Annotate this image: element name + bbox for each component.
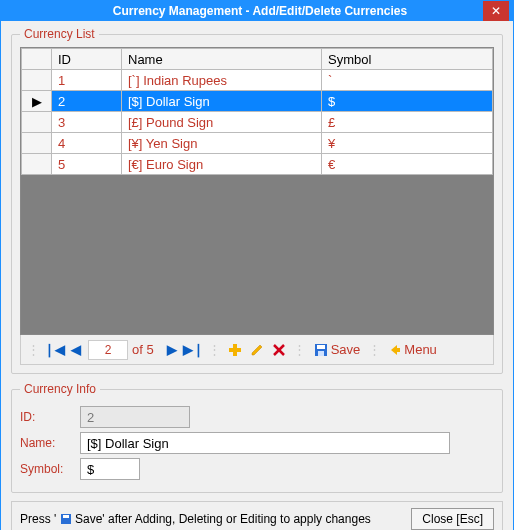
- svg-rect-9: [396, 348, 400, 352]
- grid-corner: [22, 49, 52, 70]
- add-button[interactable]: [225, 340, 245, 360]
- table-row[interactable]: 1[`] Indian Rupees`: [22, 70, 493, 91]
- name-field[interactable]: [80, 432, 450, 454]
- currency-info-group: Currency Info ID: Name: Symbol:: [11, 382, 503, 493]
- table-row[interactable]: 4[¥] Yen Sign¥: [22, 133, 493, 154]
- cell-name[interactable]: [€] Euro Sign: [122, 154, 322, 175]
- footer-bar: Press ' Save' after Adding, Deleting or …: [11, 501, 503, 530]
- hint-rest: Save' after Adding, Deleting or Editing …: [75, 512, 371, 526]
- edit-button[interactable]: [247, 340, 267, 360]
- svg-rect-7: [318, 351, 324, 356]
- cell-symbol[interactable]: £: [322, 112, 493, 133]
- menu-label: Menu: [404, 342, 437, 357]
- cell-name[interactable]: [¥] Yen Sign: [122, 133, 322, 154]
- row-header[interactable]: [22, 112, 52, 133]
- delete-icon: [273, 344, 285, 356]
- cell-id[interactable]: 5: [52, 154, 122, 175]
- nav-position-input[interactable]: [88, 340, 128, 360]
- window-title: Currency Management - Add/Edit/Delete Cu…: [37, 4, 483, 18]
- next-icon: ▶: [167, 342, 177, 357]
- floppy-icon: [314, 343, 328, 357]
- row-header[interactable]: [22, 133, 52, 154]
- cell-id[interactable]: 1: [52, 70, 122, 91]
- nav-of-label: of 5: [132, 342, 154, 357]
- nav-last-button[interactable]: ▶❘: [184, 340, 204, 360]
- titlebar: Currency Management - Add/Edit/Delete Cu…: [1, 1, 513, 21]
- cell-name[interactable]: [$] Dollar Sign: [122, 91, 322, 112]
- name-label: Name:: [20, 436, 80, 450]
- save-label: Save: [331, 342, 361, 357]
- hint-prefix: Press ': [20, 512, 56, 526]
- cell-id[interactable]: 4: [52, 133, 122, 154]
- svg-rect-1: [229, 348, 241, 352]
- id-field: [80, 406, 190, 428]
- floppy-icon: [60, 513, 72, 525]
- cell-id[interactable]: 3: [52, 112, 122, 133]
- row-header[interactable]: ▶: [22, 91, 52, 112]
- save-button[interactable]: Save: [310, 342, 365, 357]
- currency-list-group: Currency List ID Name Symbol 1[`] Indian…: [11, 27, 503, 374]
- svg-marker-2: [252, 345, 262, 355]
- close-button[interactable]: Close [Esc]: [411, 508, 494, 530]
- cell-symbol[interactable]: €: [322, 154, 493, 175]
- first-icon: ❘◀: [44, 342, 65, 357]
- svg-rect-11: [63, 515, 69, 518]
- window-close-button[interactable]: ✕: [483, 1, 509, 21]
- last-icon: ▶❘: [183, 342, 204, 357]
- cell-name[interactable]: [£] Pound Sign: [122, 112, 322, 133]
- col-header-name[interactable]: Name: [122, 49, 322, 70]
- table-row[interactable]: ▶2[$] Dollar Sign$: [22, 91, 493, 112]
- nav-next-button[interactable]: ▶: [162, 340, 182, 360]
- delete-button[interactable]: [269, 340, 289, 360]
- content-area: Currency List ID Name Symbol 1[`] Indian…: [1, 21, 513, 530]
- cell-symbol[interactable]: `: [322, 70, 493, 91]
- currency-list-legend: Currency List: [20, 27, 99, 41]
- cell-name[interactable]: [`] Indian Rupees: [122, 70, 322, 91]
- nav-first-button[interactable]: ❘◀: [44, 340, 64, 360]
- row-header[interactable]: [22, 70, 52, 91]
- symbol-field[interactable]: [80, 458, 140, 480]
- cell-symbol[interactable]: $: [322, 91, 493, 112]
- plus-icon: [228, 343, 242, 357]
- prev-icon: ◀: [71, 342, 81, 357]
- record-navigator: ⋮ ❘◀ ◀ of 5 ▶ ▶❘ ⋮ ⋮: [20, 335, 494, 365]
- close-icon: ✕: [491, 4, 501, 18]
- footer-hint: Press ' Save' after Adding, Deleting or …: [20, 512, 371, 526]
- id-label: ID:: [20, 410, 80, 424]
- col-header-symbol[interactable]: Symbol: [322, 49, 493, 70]
- row-header[interactable]: [22, 154, 52, 175]
- table-row[interactable]: 5[€] Euro Sign€: [22, 154, 493, 175]
- currency-grid[interactable]: ID Name Symbol 1[`] Indian Rupees`▶2[$] …: [20, 47, 494, 335]
- pencil-icon: [250, 343, 264, 357]
- col-header-id[interactable]: ID: [52, 49, 122, 70]
- cell-id[interactable]: 2: [52, 91, 122, 112]
- symbol-label: Symbol:: [20, 462, 80, 476]
- table-row[interactable]: 3[£] Pound Sign£: [22, 112, 493, 133]
- cell-symbol[interactable]: ¥: [322, 133, 493, 154]
- svg-rect-6: [317, 345, 325, 349]
- nav-prev-button[interactable]: ◀: [66, 340, 86, 360]
- back-arrow-icon: [389, 344, 401, 356]
- menu-button[interactable]: Menu: [385, 342, 441, 357]
- currency-info-legend: Currency Info: [20, 382, 100, 396]
- app-window: Currency Management - Add/Edit/Delete Cu…: [0, 0, 514, 530]
